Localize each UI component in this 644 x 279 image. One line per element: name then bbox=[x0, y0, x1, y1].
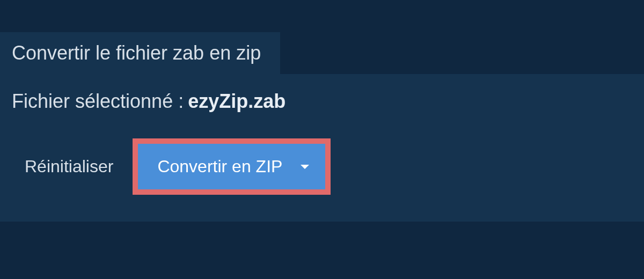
main-panel: Fichier sélectionné : ezyZip.zab Réiniti… bbox=[0, 74, 644, 222]
selected-file-row: Fichier sélectionné : ezyZip.zab bbox=[12, 90, 632, 113]
convert-button[interactable]: Convertir en ZIP bbox=[138, 144, 325, 189]
caret-down-icon bbox=[301, 165, 309, 169]
selected-file-label: Fichier sélectionné : bbox=[12, 90, 184, 113]
selected-file-name: ezyZip.zab bbox=[188, 90, 286, 113]
tab-label: Convertir le fichier zab en zip bbox=[12, 42, 261, 64]
tab-convert-zab-zip[interactable]: Convertir le fichier zab en zip bbox=[0, 32, 280, 74]
convert-button-label: Convertir en ZIP bbox=[157, 157, 282, 177]
actions-row: Réinitialiser Convertir en ZIP bbox=[12, 138, 632, 195]
convert-button-highlight: Convertir en ZIP bbox=[133, 138, 331, 195]
reset-button[interactable]: Réinitialiser bbox=[25, 157, 113, 177]
